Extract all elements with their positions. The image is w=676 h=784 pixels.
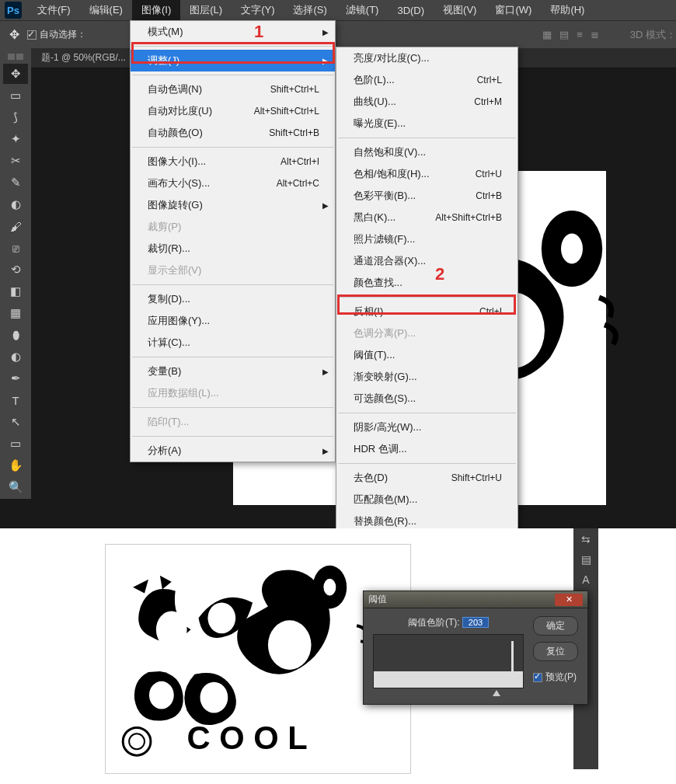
mi-image-size[interactable]: 图像大小(I)...Alt+Ctrl+I	[131, 151, 335, 172]
histogram-fill	[374, 660, 523, 688]
mi-posterize: 色调分离(P)...	[336, 322, 517, 344]
mi-color-balance[interactable]: 色彩平衡(B)...Ctrl+B	[336, 185, 517, 207]
menu-image[interactable]: 图像(I)	[132, 0, 180, 20]
panel-icon[interactable]: ▤	[581, 553, 591, 566]
menu-filter[interactable]: 滤镜(T)	[336, 0, 389, 20]
preview-checkbox[interactable]	[533, 673, 542, 682]
align-icon[interactable]: ▦	[542, 29, 552, 40]
gradient-tool[interactable]: ▦	[3, 303, 28, 323]
mi-levels[interactable]: 色阶(L)...Ctrl+L	[336, 69, 517, 91]
panel-grip-icon[interactable]	[7, 53, 24, 61]
mi-exposure[interactable]: 曝光度(E)...	[336, 113, 517, 134]
rectangle-tool[interactable]: ▭	[3, 434, 28, 454]
mi-desaturate[interactable]: 去色(D)Shift+Ctrl+U	[336, 467, 517, 489]
threshold-label: 阈值色阶(T):	[408, 617, 460, 628]
mi-auto-tone[interactable]: 自动色调(N)Shift+Ctrl+L	[131, 78, 335, 100]
lasso-tool[interactable]: ⟆	[3, 107, 28, 127]
threshold-value-input[interactable]	[462, 617, 489, 628]
menu-edit[interactable]: 编辑(E)	[80, 0, 132, 20]
mi-gradient-map[interactable]: 渐变映射(G)...	[336, 366, 517, 388]
mi-auto-color[interactable]: 自动颜色(O)Shift+Ctrl+B	[131, 122, 335, 144]
mi-image-rotation[interactable]: 图像旋转(G)▶	[131, 194, 335, 216]
type-tool[interactable]: T	[3, 390, 28, 410]
mi-apply-image[interactable]: 应用图像(Y)...	[131, 310, 335, 332]
mi-invert[interactable]: 反相(I)Ctrl+I	[336, 301, 517, 322]
panel-icon[interactable]: A	[582, 573, 589, 586]
menu-window[interactable]: 窗口(W)	[486, 0, 541, 20]
adjustments-submenu: 亮度/对比度(C)... 色阶(L)...Ctrl+L 曲线(U)...Ctrl…	[336, 47, 518, 528]
mi-trim[interactable]: 裁切(R)...	[131, 238, 335, 260]
threshold-level-row: 阈值色阶(T):	[373, 616, 524, 629]
close-button[interactable]: ✕	[555, 594, 583, 606]
stamp-tool[interactable]: ⎚	[3, 238, 28, 258]
mi-threshold[interactable]: 阈值(T)...	[336, 344, 517, 366]
menu-type[interactable]: 文字(Y)	[232, 0, 284, 20]
zoom-tool[interactable]: 🔍	[3, 477, 28, 497]
menu-separator	[132, 147, 333, 148]
menu-layer[interactable]: 图层(L)	[180, 0, 232, 20]
mi-replace-color[interactable]: 替换颜色(R)...	[336, 510, 517, 528]
dialog-titlebar[interactable]: 阈值 ✕	[364, 591, 587, 608]
hand-tool[interactable]: ✋	[3, 455, 28, 476]
menu-3d[interactable]: 3D(D)	[388, 2, 434, 19]
pen-tool[interactable]: ✒	[3, 368, 28, 389]
menu-separator	[338, 463, 516, 464]
app-logo: Ps	[5, 2, 22, 19]
mi-duplicate[interactable]: 复制(D)...	[131, 288, 335, 310]
mi-photo-filter[interactable]: 照片滤镜(F)...	[336, 228, 517, 250]
photoshop-window-top: Ps 文件(F) 编辑(E) 图像(I) 图层(L) 文字(Y) 选择(S) 滤…	[0, 0, 676, 528]
document-tab-1[interactable]: 题-1 @ 50%(RGB/...	[35, 48, 132, 68]
mi-auto-contrast[interactable]: 自动对比度(U)Alt+Shift+Ctrl+L	[131, 100, 335, 122]
mi-vibrance[interactable]: 自然饱和度(V)...	[336, 141, 517, 163]
menu-view[interactable]: 视图(V)	[434, 0, 486, 20]
svg-point-5	[268, 620, 312, 670]
path-select-tool[interactable]: ↖	[3, 412, 28, 432]
magic-wand-tool[interactable]: ✦	[3, 129, 28, 149]
mi-shadows-highlights[interactable]: 阴影/高光(W)...	[336, 416, 517, 438]
mi-match-color[interactable]: 匹配颜色(M)...	[336, 489, 517, 510]
histogram-spike	[511, 641, 514, 688]
auto-select-label: 自动选择：	[40, 29, 86, 40]
mi-calculations[interactable]: 计算(C)...	[131, 332, 335, 354]
move-tool[interactable]: ✥	[3, 64, 28, 84]
menu-select[interactable]: 选择(S)	[284, 0, 336, 20]
eraser-tool[interactable]: ◧	[3, 281, 28, 301]
marquee-tool[interactable]: ▭	[3, 85, 28, 106]
svg-point-12	[129, 733, 145, 749]
threshold-dialog: 阈值 ✕ 阈值色阶(T): 确定 复位 预览(P)	[363, 591, 588, 705]
dodge-tool[interactable]: ◐	[3, 347, 28, 367]
mi-crop: 裁剪(P)	[131, 216, 335, 238]
mi-selective-color[interactable]: 可选颜色(S)...	[336, 388, 517, 409]
eyedropper-tool[interactable]: ✎	[3, 172, 28, 193]
brush-tool[interactable]: 🖌	[3, 216, 28, 236]
svg-point-9	[200, 682, 228, 713]
mi-curves[interactable]: 曲线(U)...Ctrl+M	[336, 91, 517, 113]
threshold-slider-handle[interactable]	[493, 690, 500, 696]
blur-tool[interactable]: ⬮	[3, 325, 28, 345]
crop-tool[interactable]: ✂	[3, 151, 28, 171]
mi-brightness-contrast[interactable]: 亮度/对比度(C)...	[336, 47, 517, 69]
auto-select-checkbox[interactable]: 自动选择：	[27, 28, 86, 41]
distribute-icon[interactable]: ≣	[591, 29, 599, 40]
mi-variables[interactable]: 变量(B)▶	[131, 361, 335, 382]
ok-button[interactable]: 确定	[533, 616, 578, 636]
mi-channel-mixer[interactable]: 通道混合器(X)...	[336, 250, 517, 272]
healing-brush-tool[interactable]: ◐	[3, 194, 28, 214]
history-brush-tool[interactable]: ⟲	[3, 260, 28, 280]
menu-file[interactable]: 文件(F)	[28, 0, 80, 20]
align-icon[interactable]: ▤	[559, 29, 569, 40]
distribute-icon[interactable]: ≡	[577, 29, 583, 40]
mi-analysis[interactable]: 分析(A)▶	[131, 440, 335, 462]
menu-separator	[132, 75, 333, 75]
reset-button[interactable]: 复位	[533, 642, 578, 661]
panel-icon[interactable]: ⇆	[581, 533, 591, 545]
mi-black-white[interactable]: 黑白(K)...Alt+Shift+Ctrl+B	[336, 207, 517, 228]
mi-hue-saturation[interactable]: 色相/饱和度(H)...Ctrl+U	[336, 163, 517, 185]
menu-help[interactable]: 帮助(H)	[541, 0, 594, 20]
menu-separator	[338, 413, 516, 413]
mi-color-lookup[interactable]: 颜色查找...	[336, 272, 517, 294]
mi-canvas-size[interactable]: 画布大小(S)...Alt+Ctrl+C	[131, 172, 335, 194]
mi-adjustments[interactable]: 调整(J)▶	[131, 50, 335, 71]
mi-mode[interactable]: 模式(M)▶	[131, 21, 335, 43]
mi-hdr-toning[interactable]: HDR 色调...	[336, 438, 517, 460]
